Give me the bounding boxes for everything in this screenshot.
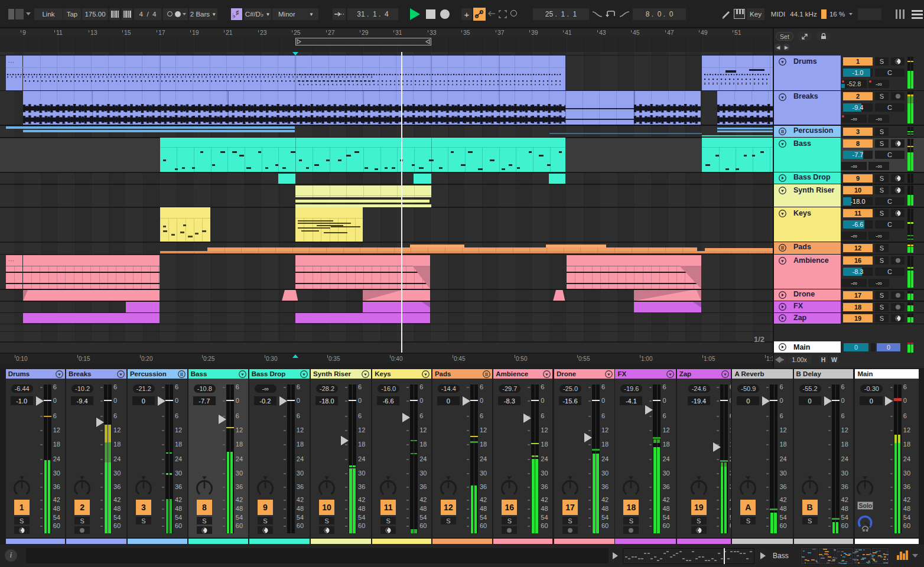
- svg-text:♯: ♯: [236, 9, 239, 16]
- svg-text:♭: ♭: [232, 12, 236, 19]
